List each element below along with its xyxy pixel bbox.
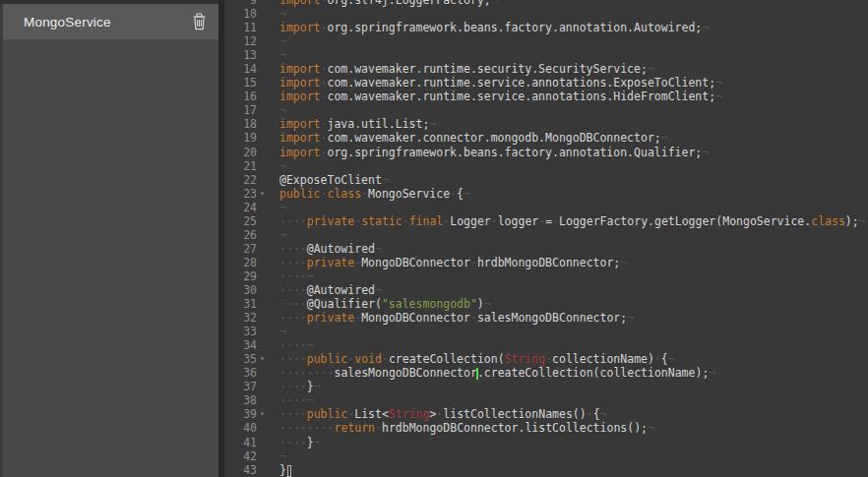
code-text: ¬ [274,103,868,117]
fold-spacer [257,201,274,214]
code-line[interactable]: 15import·com.wavemaker.runtime.service.a… [224,76,868,89]
code-text: ····}¬ [274,380,868,393]
fold-spacer [257,7,274,21]
code-line[interactable]: 20import·org.springframework.beans.facto… [224,146,868,159]
line-number: 9 [250,0,257,7]
code-text: ····private·MongoDBConnector·hrdbMongoDB… [274,256,868,269]
fold-arrow-icon[interactable]: ▾ [257,407,274,421]
line-number: 32 [243,311,257,325]
code-line[interactable]: 41····}¬ [224,436,868,449]
code-line[interactable]: 14import·com.wavemaker.runtime.security.… [224,62,868,76]
code-line[interactable]: 11import·org.springframework.beans.facto… [224,21,868,34]
code-line[interactable]: 23▾public·class·MongoService·{¬ [224,187,868,201]
service-item-mongoservice[interactable]: MongoService [3,4,218,39]
gutter: 26 [224,228,274,242]
code-line[interactable]: 27····@Autowired¬ [224,242,868,256]
code-text: ····public·List<String>·listCollectionNa… [274,407,868,421]
code-text: ¬ [274,159,868,173]
code-line[interactable]: 10¬ [224,7,868,21]
code-line[interactable]: 12¬ [224,34,868,48]
gutter: 30 [224,283,274,297]
code-text: ····¬ [274,269,868,283]
fold-spacer [257,146,274,159]
code-text: ····private·static·final·Logger·logger·=… [274,214,868,228]
code-line[interactable]: 40········return·hrdbMongoDBConnector.li… [224,421,868,435]
gutter: 40 [224,421,274,435]
fold-spacer [257,380,274,393]
line-number: 33 [243,325,257,338]
gutter: 17 [224,103,274,117]
fold-arrow-icon[interactable]: ▾ [257,187,274,201]
fold-spacer [257,366,274,380]
code-line[interactable]: 32····private·MongoDBConnector·salesMong… [224,311,868,325]
code-text: ····@Autowired¬ [274,242,868,256]
code-line[interactable]: 16import·com.wavemaker.runtime.service.a… [224,89,868,103]
code-line[interactable]: 28····private·MongoDBConnector·hrdbMongo… [224,256,868,269]
code-line[interactable]: 36········salesMongoDBConnector.createCo… [224,366,868,380]
line-number: 10 [243,7,257,21]
fold-spacer [257,103,274,117]
line-number: 30 [243,283,257,297]
code-line[interactable]: 24¬ [224,201,868,214]
code-text: ¬ [274,34,868,48]
code-line[interactable]: 19import·com.wavemaker.connector.mongodb… [224,131,868,145]
code-line[interactable]: 17¬ [224,103,868,117]
code-line[interactable]: 18import·java.util.List;¬ [224,117,868,131]
line-number: 27 [243,242,257,256]
code-line[interactable]: 43} [224,463,868,477]
code-text: import·org.springframework.beans.factory… [274,146,868,159]
code-line[interactable]: 42¬ [224,449,868,463]
gutter: 43 [224,463,274,477]
gutter: 36 [224,366,274,380]
code-line[interactable]: 22@ExposeToClient¬ [224,173,868,187]
code-line[interactable]: 21¬ [224,159,868,173]
code-text: import·com.wavemaker.runtime.service.ann… [274,76,868,89]
line-number: 12 [243,34,257,48]
fold-spacer [257,48,274,62]
code-line[interactable]: 9import·org.slf4j.LoggerFactory;¬ [224,0,868,7]
code-line[interactable]: 39▾····public·List<String>·listCollectio… [224,407,868,421]
gutter: 42 [224,449,274,463]
code-line[interactable]: 31····@Qualifier("salesmongodb")¬ [224,297,868,311]
code-line[interactable]: 29····¬ [224,269,868,283]
code-line[interactable]: 26¬ [224,228,868,242]
fold-spacer [257,117,274,131]
line-number: 40 [243,421,257,435]
fold-spacer [257,325,274,338]
fold-spacer [257,436,274,449]
fold-spacer [257,311,274,325]
code-line[interactable]: 13¬ [224,48,868,62]
wavemaker-java-service-editor: MongoService 9import·org.slf4j.LoggerFac… [0,0,868,477]
line-number: 15 [243,76,257,89]
fold-spacer [257,297,274,311]
code-line[interactable]: 37····}¬ [224,380,868,393]
fold-spacer [257,76,274,89]
code-line[interactable]: 25····private·static·final·Logger·logger… [224,214,868,228]
code-line[interactable]: 33¬ [224,325,868,338]
code-editor[interactable]: 9import·org.slf4j.LoggerFactory;¬10¬11im… [224,0,868,477]
fold-spacer [257,463,274,477]
gutter: 22 [224,173,274,187]
fold-spacer [257,228,274,242]
line-number: 14 [243,62,257,76]
fold-arrow-icon[interactable]: ▾ [257,352,274,366]
gutter: 25 [224,214,274,228]
code-text: ¬ [274,449,868,463]
code-line[interactable]: 30····@Autowired¬ [224,283,868,297]
code-text: ····}¬ [274,436,868,449]
delete-service-button[interactable] [189,11,209,32]
line-number: 23 [243,187,257,201]
code-text: ····¬ [274,338,868,352]
code-text: ····¬ [274,393,868,407]
fold-spacer [257,393,274,407]
trash-icon [192,13,207,30]
gutter: 15 [224,76,274,89]
gutter: 37 [224,380,274,393]
code-line[interactable]: 38····¬ [224,393,868,407]
code-line[interactable]: 34····¬ [224,338,868,352]
line-number: 28 [243,256,257,269]
fold-spacer [257,89,274,103]
line-number: 20 [243,146,257,159]
code-text: import·org.slf4j.LoggerFactory;¬ [274,0,868,7]
code-line[interactable]: 35▾····public·void·createCollection(Stri… [224,352,868,366]
